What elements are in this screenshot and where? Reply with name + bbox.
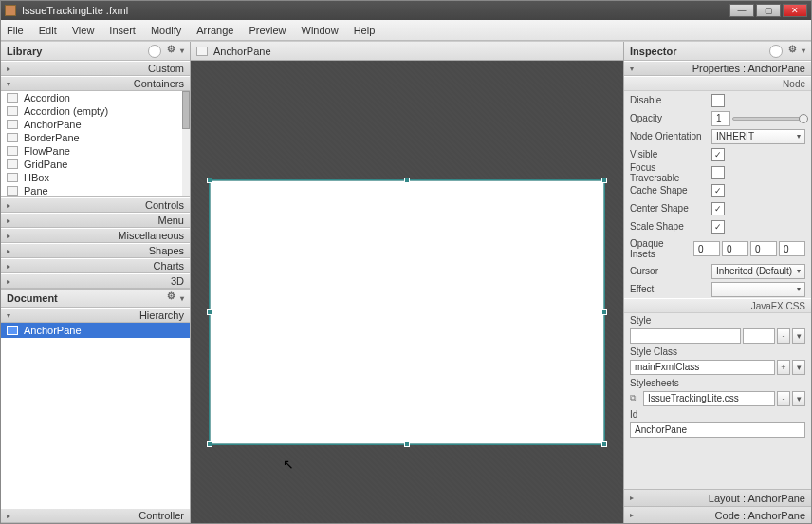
- node-orientation-combo[interactable]: INHERIT: [711, 129, 805, 144]
- resize-handle[interactable]: [404, 178, 410, 183]
- label-visible: Visible: [630, 149, 708, 159]
- chevron-down-icon[interactable]: ▾: [180, 294, 184, 303]
- section-shapes[interactable]: ▸Shapes: [1, 243, 190, 258]
- resize-handle[interactable]: [601, 441, 607, 447]
- inspector-header: Inspector ▾: [624, 42, 811, 61]
- menu-button[interactable]: ▾: [792, 328, 805, 344]
- app-window: IssueTrackingLite .fxml — ▢ ✕ File Edit …: [0, 0, 812, 524]
- window-title: IssueTrackingLite .fxml: [22, 5, 729, 16]
- chevron-down-icon[interactable]: ▾: [180, 47, 184, 55]
- section-custom[interactable]: ▸Custom: [1, 61, 190, 76]
- menu-insert[interactable]: Insert: [109, 25, 136, 36]
- app-icon: [5, 5, 16, 16]
- menu-preview[interactable]: Preview: [249, 25, 286, 36]
- resize-handle[interactable]: [207, 309, 212, 315]
- add-button[interactable]: +: [777, 360, 790, 375]
- gear-icon[interactable]: [167, 46, 178, 57]
- library-title: Library: [7, 46, 42, 57]
- remove-button[interactable]: -: [777, 328, 790, 344]
- style-key-input[interactable]: [630, 328, 741, 344]
- label-node-orientation: Node Orientation: [630, 131, 708, 141]
- resize-handle[interactable]: [601, 309, 607, 315]
- hierarchy-empty-area[interactable]: [1, 338, 190, 508]
- id-input[interactable]: AnchorPane: [630, 422, 805, 438]
- search-icon[interactable]: [769, 45, 783, 58]
- inset-left[interactable]: 0: [779, 241, 805, 256]
- label-disable: Disable: [630, 95, 708, 105]
- stylesheet-input[interactable]: IssueTrackingLite.css: [643, 391, 775, 406]
- container-icon: [7, 133, 18, 142]
- inset-top[interactable]: 0: [693, 241, 720, 256]
- inset-right[interactable]: 0: [722, 241, 748, 256]
- anchorpane-artboard[interactable]: [210, 180, 604, 444]
- inspector-title: Inspector: [630, 46, 677, 57]
- menu-button[interactable]: ▾: [792, 391, 805, 406]
- scroll-thumb[interactable]: [182, 91, 190, 129]
- containers-list[interactable]: Accordion Accordion (empty) AnchorPane B…: [1, 91, 190, 197]
- slider-thumb[interactable]: [799, 114, 808, 123]
- label-focus-traversable: Focus Traversable: [630, 162, 708, 183]
- resize-handle[interactable]: [601, 178, 607, 183]
- section-charts[interactable]: ▸Charts: [1, 258, 190, 273]
- center-shape-checkbox[interactable]: ✓: [711, 202, 725, 215]
- cache-shape-checkbox[interactable]: ✓: [711, 184, 725, 197]
- resize-handle[interactable]: [404, 441, 410, 447]
- maximize-button[interactable]: ▢: [756, 4, 781, 17]
- list-item: BorderPane: [1, 131, 190, 144]
- section-3d[interactable]: ▸3D: [1, 273, 190, 289]
- section-menu[interactable]: ▸Menu: [1, 213, 190, 228]
- search-icon[interactable]: [148, 45, 161, 58]
- design-canvas[interactable]: [191, 61, 623, 523]
- section-containers[interactable]: ▾Containers: [1, 76, 190, 91]
- menu-modify[interactable]: Modify: [151, 25, 181, 36]
- document-header: Document ▾: [1, 289, 190, 308]
- resize-handle[interactable]: [207, 441, 212, 447]
- style-value-input[interactable]: [743, 328, 775, 344]
- disable-checkbox[interactable]: [711, 94, 725, 107]
- opacity-slider[interactable]: [732, 117, 805, 121]
- menu-button[interactable]: ▾: [792, 360, 805, 375]
- resize-handle[interactable]: [207, 178, 212, 183]
- menu-help[interactable]: Help: [354, 25, 376, 36]
- effect-combo[interactable]: -: [711, 282, 805, 297]
- left-panel: Library ▾ ▸Custom ▾Containers Accordion …: [1, 42, 191, 523]
- label-opaque-insets: Opaque Insets: [630, 238, 690, 259]
- inset-bottom[interactable]: 0: [750, 241, 777, 256]
- section-layout[interactable]: ▸Layout : AnchorPane: [624, 489, 811, 506]
- gear-icon[interactable]: [167, 292, 178, 304]
- section-misc[interactable]: ▸Miscellaneous: [1, 228, 190, 243]
- scale-shape-checkbox[interactable]: ✓: [711, 220, 725, 234]
- style-class-input[interactable]: mainFxmlClass: [630, 360, 775, 375]
- gear-icon[interactable]: [788, 46, 800, 57]
- list-item: FlowPane: [1, 144, 190, 158]
- list-item: GridPane: [1, 158, 190, 171]
- remove-button[interactable]: -: [777, 391, 790, 406]
- titlebar[interactable]: IssueTrackingLite .fxml — ▢ ✕: [1, 1, 811, 20]
- label-effect: Effect: [630, 284, 708, 294]
- hierarchy-selected-item[interactable]: AnchorPane: [1, 323, 190, 338]
- section-hierarchy[interactable]: ▾Hierarchy: [1, 308, 190, 323]
- scrollbar[interactable]: [182, 91, 190, 196]
- section-controller[interactable]: ▸Controller: [1, 508, 190, 523]
- label-style-class: Style Class: [630, 346, 708, 357]
- list-item: Accordion (empty): [1, 104, 190, 118]
- section-properties[interactable]: ▾Properties : AnchorPane: [624, 61, 811, 76]
- section-code[interactable]: ▸Code : AnchorPane: [624, 506, 811, 523]
- menu-file[interactable]: File: [7, 25, 24, 36]
- opacity-value[interactable]: 1: [711, 111, 730, 126]
- minimize-button[interactable]: —: [729, 4, 754, 17]
- menu-edit[interactable]: Edit: [39, 25, 57, 36]
- menu-view[interactable]: View: [72, 25, 95, 36]
- content-tab-label[interactable]: AnchorPane: [213, 46, 271, 57]
- menu-arrange[interactable]: Arrange: [196, 25, 233, 36]
- visible-checkbox[interactable]: ✓: [711, 148, 725, 161]
- inspector-body: Node Disable Opacity1 Node OrientationIN…: [624, 76, 811, 489]
- container-icon: [7, 93, 18, 103]
- section-controls[interactable]: ▸Controls: [1, 197, 190, 213]
- menu-window[interactable]: Window: [302, 25, 339, 36]
- close-button[interactable]: ✕: [783, 4, 807, 17]
- cursor-combo[interactable]: Inherited (Default): [711, 264, 805, 279]
- content-header: AnchorPane: [191, 42, 623, 61]
- focus-traversable-checkbox[interactable]: [711, 166, 725, 179]
- chevron-down-icon[interactable]: ▾: [802, 47, 805, 55]
